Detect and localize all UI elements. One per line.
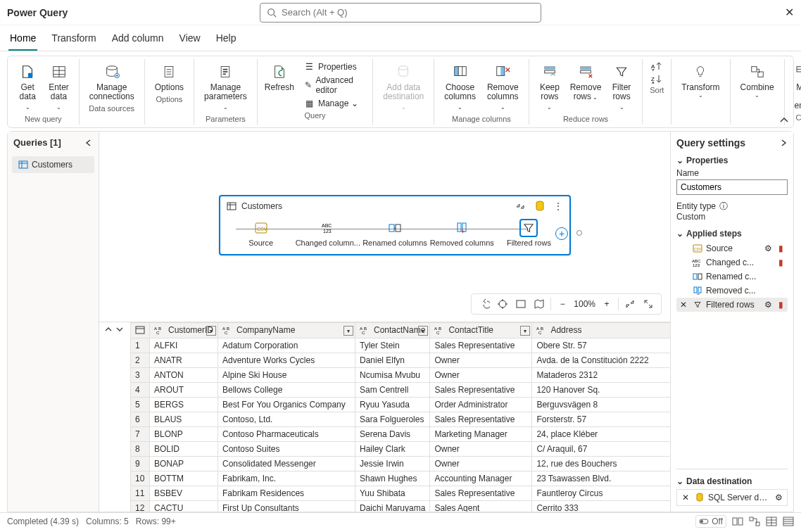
advanced-editor-item[interactable]: ✎Advanced editor	[301, 75, 367, 96]
cell[interactable]: ALFKI	[150, 338, 218, 353]
cell[interactable]: BOLID	[150, 441, 218, 456]
grid-view-icon[interactable]	[766, 516, 777, 527]
off-toggle[interactable]: Off	[695, 515, 726, 528]
manage-parameters-button[interactable]: Manageparameters ⌄	[200, 61, 251, 113]
table-row[interactable]: 6BLAUSContoso, Ltd.Sara FolguerolesSales…	[131, 412, 671, 426]
combine-button[interactable]: Combine ⌄	[736, 61, 778, 100]
zoom-in-button[interactable]: +	[600, 297, 614, 311]
gear-icon[interactable]: ⚙	[762, 243, 774, 254]
cell[interactable]: Ncumisa Mvubu	[355, 367, 430, 382]
applied-step[interactable]: Renamed c...	[676, 270, 788, 284]
cell[interactable]: Owner	[430, 456, 532, 471]
data-destination-header[interactable]: ⌄Data destination	[676, 476, 788, 486]
cell[interactable]: Contoso, Ltd.	[218, 412, 355, 426]
cell[interactable]: BLAUS	[150, 412, 218, 426]
refresh-button[interactable]: Refresh	[263, 61, 296, 94]
gear-icon[interactable]: ⚙	[773, 492, 784, 503]
step-changed-column[interactable]: ABC123 Changed column...	[294, 220, 361, 247]
cell[interactable]: Serena Davis	[355, 426, 430, 441]
tab-help[interactable]: Help	[215, 30, 238, 51]
query-name-input[interactable]	[676, 179, 788, 195]
manage-item[interactable]: ▦Manage ⌄	[301, 97, 361, 110]
cell[interactable]: Contoso Suites	[218, 441, 355, 456]
target-icon[interactable]	[496, 297, 510, 311]
column-filter-button[interactable]: ▾	[343, 326, 353, 336]
cell[interactable]: Obere Str. 57	[532, 338, 670, 353]
cell[interactable]: Marketing Manager	[430, 426, 532, 441]
applied-step[interactable]: ABC123Changed c...▮	[676, 255, 788, 270]
grid-compact-icon[interactable]	[783, 516, 794, 527]
table-row[interactable]: 3ANTONAlpine Ski HouseNcumisa MvubuOwner…	[131, 367, 671, 382]
cell[interactable]: Contoso Pharmaceuticals	[218, 426, 355, 441]
cell[interactable]: Jessie Irwin	[355, 456, 430, 471]
tab-home[interactable]: Home	[8, 30, 37, 51]
collapse-contract-icon[interactable]	[515, 201, 526, 212]
column-header[interactable]: ABCCustomerID▾	[150, 323, 218, 338]
undo-icon[interactable]	[477, 297, 491, 311]
cell[interactable]: Owner	[430, 367, 532, 382]
cell[interactable]: Shawn Hughes	[355, 471, 430, 486]
column-filter-button[interactable]: ▾	[206, 326, 216, 336]
close-icon[interactable]: ✕	[678, 299, 689, 310]
choose-columns-button[interactable]: Choosecolumns ⌄	[440, 61, 480, 113]
global-search[interactable]	[260, 3, 541, 23]
diagram-query-box[interactable]: Customers ⋮ CSV Source ABC123 Changed co…	[219, 195, 571, 255]
sort-desc-button[interactable]: ZA	[648, 73, 665, 84]
cell[interactable]: Sales Agent	[430, 500, 532, 512]
cell[interactable]: Tyler Stein	[355, 338, 430, 353]
diagram-view-icon[interactable]	[749, 516, 760, 527]
cell[interactable]: C/ Araquil, 67	[532, 441, 670, 456]
map-to-entity-button[interactable]: CDM Map toentity	[790, 61, 801, 112]
cell[interactable]: Order Administrator	[430, 397, 532, 412]
cell[interactable]: Fabrikam, Inc.	[218, 471, 355, 486]
cell[interactable]: Bellows College	[218, 382, 355, 397]
cell[interactable]: Alpine Ski House	[218, 367, 355, 382]
more-icon[interactable]: ⋮	[553, 201, 564, 212]
data-destination-row[interactable]: ✕ SQL Server data... ⚙	[676, 489, 788, 506]
cell[interactable]: Owner	[430, 441, 532, 456]
applied-step[interactable]: ✕Filtered rows⚙▮	[676, 298, 788, 312]
cell[interactable]: Accounting Manager	[430, 471, 532, 486]
cell[interactable]: First Up Consultants	[218, 500, 355, 512]
cell[interactable]: Hailey Clark	[355, 441, 430, 456]
table-row[interactable]: 5BERGSBest For You Organics CompanyRyuu …	[131, 397, 671, 412]
cell[interactable]: Mataderos 2312	[532, 367, 670, 382]
transform-button[interactable]: Transform ⌄	[677, 61, 724, 100]
cell[interactable]: BERGS	[150, 397, 218, 412]
cell[interactable]: Daichi Maruyama	[355, 500, 430, 512]
query-item-customers[interactable]: Customers	[12, 156, 94, 173]
cell[interactable]: Sales Representative	[430, 338, 532, 353]
close-button[interactable]: ✕	[785, 6, 794, 19]
close-icon[interactable]: ✕	[680, 492, 691, 503]
cell[interactable]: 12, rue des Bouchers	[532, 456, 670, 471]
table-corner-cell[interactable]	[131, 323, 150, 338]
cell[interactable]: Avda. de la Constitución 2222	[532, 353, 670, 367]
table-row[interactable]: 10BOTTMFabrikam, Inc.Shawn HughesAccount…	[131, 471, 671, 486]
ribbon-collapse-button[interactable]	[779, 115, 789, 125]
expand-icon[interactable]	[641, 297, 655, 311]
cell[interactable]: Cerrito 333	[532, 500, 670, 512]
remove-rows-button[interactable]: Removerows ⌄	[567, 61, 604, 103]
column-filter-button[interactable]: ▾	[418, 326, 428, 336]
tab-add-column[interactable]: Add column	[111, 30, 165, 51]
step-renamed-columns[interactable]: Renamed columns	[361, 220, 428, 247]
cell[interactable]: BONAP	[150, 456, 218, 471]
cylinder-icon[interactable]	[534, 201, 545, 212]
get-data-button[interactable]: Getdata ⌄	[13, 61, 42, 113]
cell[interactable]: Adventure Works Cycles	[218, 353, 355, 367]
warning-icon[interactable]: ▮	[775, 299, 786, 310]
warning-icon[interactable]: ▮	[775, 257, 786, 268]
tab-transform[interactable]: Transform	[50, 30, 97, 51]
cell[interactable]: Sales Representative	[430, 486, 532, 500]
properties-item[interactable]: ☰Properties	[301, 61, 360, 73]
properties-section-header[interactable]: ⌄Properties	[676, 156, 788, 165]
options-button[interactable]: Options	[151, 61, 188, 94]
data-grid[interactable]: ABCCustomerID▾ABCCompanyName▾ABCContactN…	[130, 322, 670, 512]
cell[interactable]: Fabrikam Residences	[218, 486, 355, 500]
gear-icon[interactable]: ⚙	[762, 299, 774, 310]
info-icon[interactable]: ⓘ	[718, 201, 729, 212]
step-filtered-rows[interactable]: Filtered rows +	[496, 220, 562, 247]
column-header[interactable]: ABCContactTitle▾	[430, 323, 532, 338]
cell[interactable]: BLONP	[150, 426, 218, 441]
filter-rows-button[interactable]: Filterrows ⌄	[607, 61, 637, 113]
